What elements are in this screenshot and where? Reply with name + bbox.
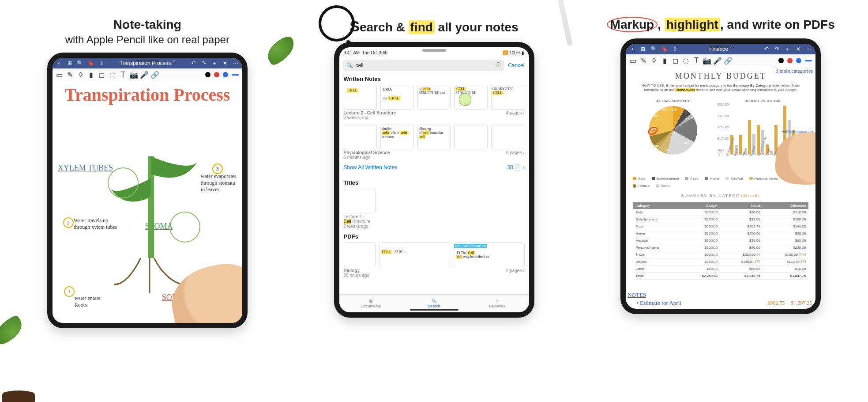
- eraser-icon[interactable]: ◊: [77, 71, 84, 78]
- tool-row: ▭ ✎ ◊ ▮ ◻ ◌ T 📷 🎤 🔗: [626, 54, 815, 67]
- thumb[interactable]: DRlAthe CELL: [380, 85, 414, 110]
- grid-icon[interactable]: ⊞: [640, 46, 646, 52]
- bookmark-icon[interactable]: 🔖: [661, 46, 667, 52]
- thumb[interactable]: of cellsSTRUCTURE and: [417, 85, 451, 110]
- shape-icon[interactable]: ◻: [98, 71, 105, 78]
- search-input[interactable]: 🔍 cell ⓧ: [343, 60, 505, 71]
- cancel-button[interactable]: Cancel: [508, 62, 524, 68]
- redo-icon[interactable]: ↷: [201, 60, 207, 66]
- bookmark-icon[interactable]: 🔖: [88, 60, 94, 66]
- share-icon[interactable]: ⇪: [98, 60, 105, 66]
- color-black[interactable]: [778, 58, 784, 63]
- bullet-2: 2: [63, 217, 74, 228]
- table-title: SUMMARY BY CATEGO(March): [633, 193, 808, 198]
- lasso-icon[interactable]: ◌: [109, 71, 116, 78]
- home-indicator[interactable]: [410, 309, 458, 311]
- headline: Search & find all your notes: [349, 17, 518, 36]
- back-icon[interactable]: ‹: [56, 60, 62, 66]
- close-icon[interactable]: ✕: [795, 46, 801, 52]
- headline-highlight: find: [409, 20, 435, 34]
- share-icon[interactable]: ⇪: [672, 46, 678, 52]
- pdf-subtitle: HOW TO USE: Enter your budget for each c…: [633, 83, 808, 93]
- ipad-frame: 9:41 AM Tue Oct 30th 📶 100% ▮ 🔍 cell ⓧ C…: [334, 42, 534, 318]
- show-all-link[interactable]: Show All Written Notes 30 📄 ›: [339, 160, 529, 175]
- thumb[interactable]: [344, 125, 377, 149]
- color-red[interactable]: [787, 58, 793, 63]
- more-icon[interactable]: ⋯: [806, 46, 812, 52]
- color-blue[interactable]: [796, 58, 801, 63]
- search-value: cell: [356, 62, 493, 68]
- layout-icon[interactable]: ▭: [629, 57, 636, 64]
- shape-icon[interactable]: ◻: [672, 57, 679, 64]
- camera-icon[interactable]: 📷: [130, 71, 137, 78]
- stroke-width[interactable]: [232, 74, 239, 76]
- tab-favorites[interactable]: ☆Favorites: [466, 295, 529, 312]
- search-icon: 🔍: [432, 299, 436, 303]
- text-icon[interactable]: T: [120, 71, 127, 78]
- back-icon[interactable]: ‹: [629, 46, 635, 52]
- pen-icon[interactable]: ✎: [640, 57, 647, 64]
- layout-icon[interactable]: ▭: [56, 71, 63, 78]
- close-icon[interactable]: ✕: [222, 60, 228, 66]
- grid-icon[interactable]: ⊞: [67, 60, 73, 66]
- mic-icon[interactable]: 🎤: [141, 71, 148, 78]
- link-icon[interactable]: 🔗: [725, 57, 732, 64]
- thumb[interactable]: OKARYOTIC CELL: [491, 85, 525, 110]
- thumb[interactable]: [344, 243, 376, 267]
- headline-markup: Markup: [607, 17, 658, 32]
- bullet-1: 1: [64, 286, 75, 297]
- headline-mid: earch &: [360, 20, 409, 34]
- redo-icon[interactable]: ↷: [774, 46, 780, 52]
- thumb[interactable]: CELL STRUCTURE: [454, 85, 488, 110]
- grid-icon: ▦: [369, 299, 373, 303]
- note-canvas[interactable]: Transpiration Process XYLEM TUBES STOMA …: [53, 81, 242, 323]
- section-written-notes: Written Notes: [344, 76, 525, 82]
- color-blue[interactable]: [223, 72, 228, 77]
- svg-point-2: [170, 212, 200, 242]
- add-icon[interactable]: ＋: [785, 46, 791, 52]
- undo-icon[interactable]: ↶: [763, 46, 770, 52]
- thumb[interactable]: CELL: [344, 85, 377, 110]
- handwritten-title: Transpiration Process: [53, 81, 242, 106]
- leaf-decoration: [263, 34, 299, 66]
- color-black[interactable]: [205, 72, 210, 77]
- stroke-width[interactable]: [805, 60, 812, 61]
- thumb[interactable]: CELL - STRU…: [379, 243, 450, 267]
- label-xylem: XYLEM TUBES: [58, 163, 113, 173]
- thumb[interactable]: similarcells oficle cellsschwann: [380, 125, 414, 149]
- undo-icon[interactable]: ↶: [190, 60, 196, 66]
- link-icon[interactable]: 🔗: [151, 71, 158, 78]
- thumb[interactable]: [491, 125, 525, 149]
- tool-row: ▭ ✎ ◊ ▮ ◻ ◌ T 📷 🎤 🔗: [53, 68, 242, 81]
- apple-pencil-decoration: [544, 0, 573, 46]
- aside-important: An important…: [197, 299, 237, 306]
- leaf-decoration: [0, 314, 26, 346]
- mic-icon[interactable]: 🎤: [714, 57, 721, 64]
- add-icon[interactable]: ＋: [211, 60, 218, 66]
- highlighter-icon[interactable]: ▮: [88, 71, 95, 78]
- pdf-page[interactable]: 8 main categories MONTHLY BUDGET HOW TO …: [626, 67, 815, 314]
- thumb[interactable]: [454, 125, 488, 149]
- thumb[interactable]: allowingof cell muscular cell: [417, 125, 451, 149]
- magnifier-decoration: [319, 5, 355, 42]
- headline-main: Note-taking: [113, 18, 181, 31]
- more-icon[interactable]: ⋯: [233, 60, 239, 66]
- annot-plus50: +50% compare to…: [782, 129, 815, 134]
- svg-point-3: [459, 93, 471, 106]
- highlighter-icon[interactable]: ▮: [661, 57, 668, 64]
- search-icon[interactable]: 🔍: [650, 46, 657, 52]
- camera-icon[interactable]: 📷: [703, 57, 710, 64]
- eraser-icon[interactable]: ◊: [650, 57, 658, 64]
- text-icon[interactable]: T: [693, 57, 700, 64]
- ipad-frame: ‹ ⊞ 🔍 🔖 ⇪ Transpiration Process ˅ ↶ ↷ ＋ …: [47, 53, 248, 328]
- bar-chart: BUDGET VS. ACTUAL $500.00$375.00$250.00$…: [718, 99, 808, 171]
- lasso-icon[interactable]: ◌: [682, 57, 689, 64]
- clear-icon[interactable]: ⓧ: [496, 61, 501, 69]
- thumb[interactable]: [344, 189, 376, 213]
- color-red[interactable]: [214, 72, 219, 77]
- tab-documents[interactable]: ▦Documents: [339, 295, 402, 312]
- pen-icon[interactable]: ✎: [67, 71, 74, 78]
- search-icon[interactable]: 🔍: [77, 60, 83, 66]
- thumb[interactable]: ELL - STRUCTURE AN.13 The Cellcell may b…: [454, 243, 525, 267]
- row1-thumbs: CELL DRlAthe CELL of cellsSTRUCTURE and …: [339, 85, 529, 110]
